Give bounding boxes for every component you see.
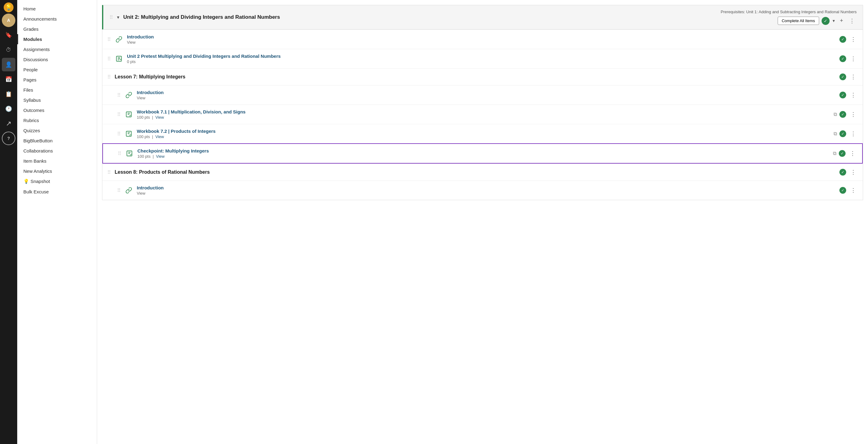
module-item: ⠿ Introduction View ✓ ⋮ — [102, 30, 863, 49]
module-item: ⠿ Introduction View ✓ ⋮ — [102, 85, 863, 105]
lesson-check-icon: ✓ — [839, 169, 846, 176]
quiz-icon — [115, 54, 123, 63]
item-check-icon: ✓ — [839, 187, 846, 194]
module-item-highlighted: ⠿ Checkpoint: Multiplying Integers 100 p… — [102, 143, 863, 164]
module-item: ⠿ Workbook 7.1 | Multiplication, Divisio… — [102, 105, 863, 124]
lesson-title: Lesson 7: Multiplying Integers — [115, 74, 836, 80]
copy-icon: ⧉ — [833, 151, 836, 156]
drag-handle-icon[interactable]: ⠿ — [117, 187, 121, 194]
sidebar-item-rubrics[interactable]: Rubrics 👁 — [17, 115, 97, 125]
item-title[interactable]: Introduction — [137, 185, 836, 190]
item-check-icon: ✓ — [839, 150, 845, 157]
drag-handle-icon[interactable]: ⠿ — [118, 151, 121, 156]
item-menu-button[interactable]: ⋮ — [849, 55, 858, 63]
link-icon — [124, 186, 133, 195]
sidebar-item-assignments[interactable]: Assignments 👁 — [17, 44, 97, 54]
sidebar-item-bigbluebutton[interactable]: BigBlueButton 👁 — [17, 136, 97, 146]
module-collapse-icon[interactable]: ▼ — [116, 15, 120, 20]
sidebar: Home Announcements 👁 Grades Modules Assi… — [17, 0, 97, 444]
lesson-header: ⠿ Lesson 7: Multiplying Integers ✓ ⋮ — [102, 68, 863, 85]
item-title[interactable]: Checkpoint: Multiplying Integers — [137, 148, 829, 153]
item-menu-button[interactable]: ⋮ — [849, 130, 858, 138]
item-subtitle: 100 pts | View — [137, 154, 829, 159]
module-check-icon[interactable]: ✓ — [822, 17, 830, 25]
share-icon[interactable]: ↗ — [2, 117, 16, 130]
module-header: ⠿ ▼ Unit 2: Multiplying and Dividing Int… — [102, 5, 863, 30]
module-menu-button[interactable]: ⋮ — [847, 17, 857, 25]
sidebar-item-snapshot[interactable]: 💡 Snapshot — [17, 176, 97, 187]
item-subtitle: View — [127, 40, 836, 45]
sidebar-item-modules[interactable]: Modules — [17, 34, 97, 44]
sidebar-item-syllabus[interactable]: Syllabus 👁 — [17, 95, 97, 105]
item-menu-button[interactable]: ⋮ — [849, 35, 858, 43]
item-check-icon: ✓ — [839, 111, 846, 118]
module-item: ⠿ Introduction View ✓ ⋮ — [102, 180, 863, 200]
sidebar-item-pages[interactable]: Pages 👁 — [17, 75, 97, 85]
main-content: ⠿ ▼ Unit 2: Multiplying and Dividing Int… — [97, 0, 868, 444]
sidebar-item-collaborations[interactable]: Collaborations 👁 — [17, 146, 97, 156]
link-icon — [124, 91, 133, 99]
assignments-icon[interactable]: 📋 — [2, 87, 16, 101]
module-dropdown-icon[interactable]: ▼ — [832, 19, 836, 23]
item-check-icon: ✓ — [839, 92, 846, 98]
assignment-icon — [124, 129, 133, 138]
sidebar-item-files[interactable]: Files 👁 — [17, 85, 97, 95]
item-subtitle: 0 pts — [127, 59, 836, 64]
help-icon[interactable]: ? — [2, 131, 16, 145]
assignment-icon — [125, 149, 134, 158]
module-items: ⠿ Introduction View ✓ ⋮ ⠿ — [102, 30, 863, 200]
module-item: ⠿ Unit 2 Pretest Multiplying and Dividin… — [102, 49, 863, 68]
item-title[interactable]: Unit 2 Pretest Multiplying and Dividing … — [127, 54, 836, 59]
sidebar-item-bulkexcuse[interactable]: Bulk Excuse — [17, 187, 97, 197]
item-subtitle: View — [137, 191, 836, 196]
item-subtitle: 100 pts | View — [137, 135, 830, 139]
drag-handle-icon[interactable]: ⠿ — [117, 131, 121, 137]
drag-handle-icon[interactable]: ⠿ — [107, 74, 111, 80]
complete-all-button[interactable]: Complete All Items — [778, 17, 819, 25]
item-title[interactable]: Workbook 7.2 | Products of Integers — [137, 128, 830, 134]
item-menu-button[interactable]: ⋮ — [849, 110, 858, 118]
sidebar-item-itembanks[interactable]: Item Banks — [17, 156, 97, 166]
module-add-button[interactable]: + — [838, 17, 845, 25]
view-link[interactable]: View — [156, 154, 164, 159]
lesson-menu-button[interactable]: ⋮ — [849, 168, 858, 176]
sidebar-item-newanalytics[interactable]: New Analytics — [17, 166, 97, 176]
copy-icon: ⧉ — [834, 112, 837, 117]
link-icon — [115, 35, 123, 44]
lesson-menu-button[interactable]: ⋮ — [849, 73, 858, 81]
user-avatar[interactable]: A — [2, 13, 16, 27]
sidebar-item-announcements[interactable]: Announcements 👁 — [17, 14, 97, 24]
sidebar-item-quizzes[interactable]: Quizzes 👁 — [17, 125, 97, 136]
calendar-icon[interactable]: 📅 — [2, 72, 16, 86]
item-title[interactable]: Introduction — [137, 90, 836, 95]
drag-handle-icon[interactable]: ⠿ — [107, 37, 111, 42]
module-item: ⠿ Workbook 7.2 | Products of Integers 10… — [102, 124, 863, 143]
view-link[interactable]: View — [155, 135, 164, 139]
lesson-header: ⠿ Lesson 8: Products of Rational Numbers… — [102, 164, 863, 180]
view-link[interactable]: View — [155, 115, 164, 120]
drag-handle-icon[interactable]: ⠿ — [107, 56, 111, 62]
history-icon[interactable]: 🕐 — [2, 102, 16, 116]
sidebar-item-outcomes[interactable]: Outcomes 👁 — [17, 105, 97, 115]
sidebar-item-grades[interactable]: Grades — [17, 24, 97, 34]
bookmark-icon[interactable]: 🔖 — [2, 28, 16, 42]
clock-icon[interactable]: ⏱ — [2, 43, 16, 57]
item-menu-button[interactable]: ⋮ — [849, 91, 858, 99]
drag-handle-icon[interactable]: ⠿ — [117, 92, 121, 98]
item-subtitle: 100 pts | View — [137, 115, 830, 120]
item-check-icon: ✓ — [839, 55, 846, 62]
item-title[interactable]: Workbook 7.1 | Multiplication, Division,… — [137, 109, 830, 114]
item-menu-button[interactable]: ⋮ — [849, 186, 858, 194]
sidebar-item-discussions[interactable]: Discussions 👁 — [17, 54, 97, 65]
drag-handle-icon[interactable]: ⠿ — [107, 170, 111, 175]
sidebar-item-people[interactable]: People 👁 — [17, 65, 97, 75]
people-icon[interactable]: 👤 — [2, 58, 16, 71]
drag-handle-icon[interactable]: ⠿ — [110, 14, 113, 20]
drag-handle-icon[interactable]: ⠿ — [117, 112, 121, 117]
item-menu-button[interactable]: ⋮ — [848, 149, 857, 157]
module-title: Unit 2: Multiplying and Dividing Integer… — [123, 14, 280, 20]
item-title[interactable]: Introduction — [127, 34, 836, 39]
assignment-icon — [124, 110, 133, 119]
canvas-logo-icon[interactable]: 💡 — [4, 2, 13, 12]
sidebar-item-home[interactable]: Home — [17, 4, 97, 14]
